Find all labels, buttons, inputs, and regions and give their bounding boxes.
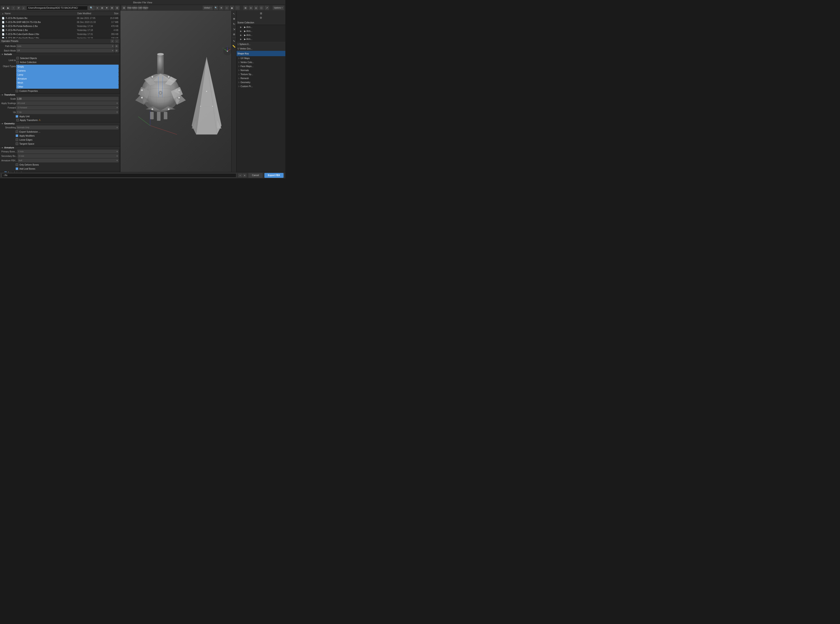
file-item[interactable]: 📄 F-JCS-PA-Cube-Earth-Base-1.fbx Yesterd… xyxy=(0,36,120,38)
batch-mode-btn2[interactable]: ⊙ xyxy=(114,49,119,53)
plus-button[interactable]: + xyxy=(243,173,247,178)
home-button[interactable]: ⌂ xyxy=(22,6,26,10)
op-add-button[interactable]: + xyxy=(111,39,114,43)
forward-field[interactable]: -Z Forward ▾ xyxy=(16,106,119,110)
add-leaf-bones-checkbox[interactable] xyxy=(15,167,18,170)
viewport-icon5[interactable]: ↗ xyxy=(265,6,269,10)
options-dropdown[interactable]: Options ▾ xyxy=(273,6,284,10)
include-section-header[interactable]: ▼ Include xyxy=(0,53,120,56)
tool-measure[interactable]: 📏 xyxy=(232,44,236,49)
viewport-btn5[interactable]: ⋯ xyxy=(235,6,240,10)
path-mode-embed-button[interactable]: ⊙ xyxy=(114,44,119,48)
select-button[interactable]: Select xyxy=(132,6,137,10)
property-item[interactable]: ▷Geometry xyxy=(237,80,285,84)
up-dropdown[interactable]: Y Up ▾ xyxy=(16,110,119,114)
transform-section-header[interactable]: ▼ Transform xyxy=(0,93,120,96)
only-deform-bones-checkbox[interactable] xyxy=(15,163,18,166)
loose-edges-checkbox[interactable] xyxy=(15,138,18,141)
property-item[interactable]: ▷Texture Sp... xyxy=(237,72,285,76)
viewport-menu-button[interactable]: ☰ xyxy=(122,6,126,10)
tool-cursor[interactable]: ↖ xyxy=(232,12,236,16)
filename-input[interactable] xyxy=(2,173,236,178)
primary-bone-field[interactable]: Y Axis ▾ xyxy=(17,150,119,154)
list-view-button[interactable]: ≡ xyxy=(95,6,100,10)
rp-icon-properties[interactable]: ⚙ xyxy=(237,15,285,20)
file-item[interactable]: 📄 F-JCS-PA-Cube-Earth-Base-2.fbx Yesterd… xyxy=(0,32,120,36)
custom-properties-checkbox[interactable] xyxy=(15,90,18,92)
obj-type-item[interactable]: Empty xyxy=(16,65,119,69)
obj-type-item[interactable]: Mesh xyxy=(16,81,119,85)
nav-up-button[interactable]: ↑ xyxy=(11,6,15,10)
rp-icon-outliner[interactable]: ⊞ xyxy=(237,11,285,15)
op-remove-button[interactable]: − xyxy=(115,39,119,43)
viewport-btn4[interactable]: ◉ xyxy=(230,6,234,10)
grid-view-button[interactable]: ⊞ xyxy=(100,6,104,10)
collection-item[interactable]: ▶▶ Arm... xyxy=(237,33,285,37)
viewport-icon4[interactable]: ⬡ xyxy=(259,6,264,10)
smoothing-field[interactable]: Normals Only ▾ xyxy=(16,125,119,130)
global-dropdown[interactable]: Global ▾ xyxy=(203,6,213,10)
up-field[interactable]: Y Up ▾ xyxy=(16,110,119,114)
smoothing-dropdown[interactable]: Normals Only ▾ xyxy=(16,125,119,130)
tool-annotate[interactable]: ✎ xyxy=(232,39,236,43)
tool-move[interactable]: ✥ xyxy=(232,17,236,21)
export-fbx-button[interactable]: Export FBX xyxy=(265,173,283,178)
primary-bone-dropdown[interactable]: Y Axis ▾ xyxy=(17,150,119,154)
object-button[interactable]: Object xyxy=(143,6,148,10)
armature-section-header[interactable]: ▼ Armature xyxy=(0,146,120,149)
nav-forward-button[interactable]: ▶ xyxy=(6,6,11,10)
tangent-space-checkbox[interactable] xyxy=(15,142,18,145)
armature-fbx-dropdown[interactable]: Null ▾ xyxy=(18,158,119,162)
view-button[interactable]: View xyxy=(127,6,131,10)
property-item[interactable]: ▷Vertex Colo... xyxy=(237,60,285,64)
secondary-bone-dropdown[interactable]: X Axis ▾ xyxy=(18,154,119,158)
filter-button[interactable]: ⚙ xyxy=(110,6,114,10)
nav-back-button[interactable]: ◀ xyxy=(1,6,5,10)
path-mode-dropdown[interactable]: Auto ▾ xyxy=(16,44,114,48)
obj-type-item[interactable]: Armature xyxy=(16,77,119,81)
shape-key-item[interactable]: Shape Key xyxy=(237,51,285,56)
obj-type-item[interactable]: Other xyxy=(16,85,119,89)
forward-dropdown[interactable]: -Z Forward ▾ xyxy=(16,106,119,110)
armature-fbx-field[interactable]: Null ▾ xyxy=(18,158,119,162)
selected-objects-checkbox[interactable] xyxy=(16,57,19,60)
batch-mode-dropdown[interactable]: Off ▾ xyxy=(16,49,114,53)
tool-rotate[interactable]: ↻ xyxy=(232,22,236,26)
apply-modifiers-checkbox[interactable] xyxy=(15,134,18,137)
property-item[interactable]: ▷Remesh xyxy=(237,76,285,80)
file-item[interactable]: 📄 F-JCS-PA-SHIP-MECH-TS-V1b.fbx 06 Dec 2… xyxy=(0,20,120,24)
property-item[interactable]: ▷Custom Pr... xyxy=(237,84,285,88)
minus-button[interactable]: − xyxy=(238,173,242,178)
collection-item[interactable]: ▶▶ Arm... xyxy=(237,25,285,29)
file-item[interactable]: 📄 F-JCS-PA-Portal-1.fbx Yesterday 17:18 … xyxy=(0,28,120,32)
collection-item[interactable]: ▶▶ Arm... xyxy=(237,37,285,41)
viewport-btn3[interactable]: □ xyxy=(224,6,229,10)
apply-unit-checkbox[interactable] xyxy=(15,115,18,118)
property-item[interactable]: ▷Face Maps... xyxy=(237,64,285,68)
add-button[interactable]: Add xyxy=(138,6,142,10)
viewport-icon3[interactable]: ◎ xyxy=(254,6,258,10)
settings-button[interactable]: ☰ xyxy=(115,6,119,10)
property-item[interactable]: ▷Normals xyxy=(237,68,285,72)
viewport-btn1[interactable]: 🔍 xyxy=(214,6,218,10)
view-options-button[interactable]: ▼ xyxy=(105,6,109,10)
apply-scalings-field[interactable]: All Local ▾ xyxy=(17,101,119,105)
cancel-button[interactable]: Cancel xyxy=(248,173,262,178)
scale-value[interactable]: 1.00 xyxy=(16,97,119,101)
secondary-bone-field[interactable]: X Axis ▾ xyxy=(18,154,119,158)
file-item[interactable]: 📄 F-JCS-PA-System.fbx 08 Jan 2021 17:05 … xyxy=(0,16,120,20)
obj-type-item[interactable]: Lamp xyxy=(16,73,119,77)
tool-scale[interactable]: ⇲ xyxy=(232,27,236,31)
active-collection-checkbox[interactable] xyxy=(16,61,19,63)
property-item[interactable]: ▷UV Maps xyxy=(237,56,285,60)
tool-transform[interactable]: ⊕ xyxy=(232,32,236,37)
viewport-icon1[interactable]: ⊞ xyxy=(243,6,248,10)
apply-scalings-dropdown[interactable]: All Local ▾ xyxy=(17,101,119,105)
batch-mode-field[interactable]: Off ▾ xyxy=(16,49,114,53)
geometry-section-header[interactable]: ▼ Geometry xyxy=(0,122,120,125)
path-mode-field[interactable]: Auto ▾ xyxy=(16,44,114,48)
export-subdivision-checkbox[interactable] xyxy=(15,130,18,133)
scale-field[interactable]: 1.00 xyxy=(16,97,119,101)
refresh-button[interactable]: ↺ xyxy=(16,6,21,10)
obj-type-item[interactable]: Camera xyxy=(16,69,119,73)
